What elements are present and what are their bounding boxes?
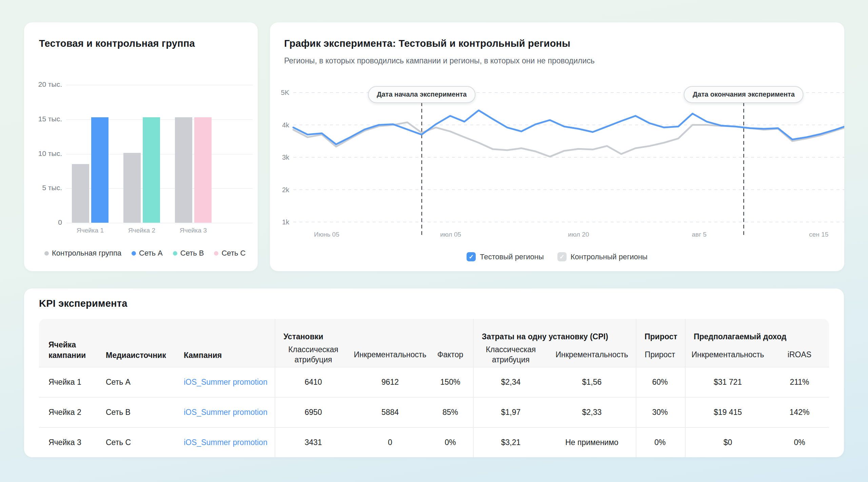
bar-gridline xyxy=(66,223,253,223)
bar-legend-item[interactable]: Сеть C xyxy=(214,249,245,258)
series-checkbox[interactable]: ✓ xyxy=(557,252,567,261)
bar-control[interactable] xyxy=(123,153,141,223)
table-cell: 3431 xyxy=(275,427,353,457)
kpi-card: KPI эксперимента Ячейка кампанииМедиаист… xyxy=(24,288,844,457)
table-cell: 211% xyxy=(771,367,829,397)
test-control-group-card: Тестовая и контрольная группа 20 тыс.15 … xyxy=(24,22,258,271)
table-header-1: Медиаисточник xyxy=(105,319,183,367)
table-cell: Сеть C xyxy=(105,427,183,457)
bar-y-tick-label: 15 тыс. xyxy=(27,115,62,123)
table-group-header: Предполагаемый доход xyxy=(685,319,829,343)
line-y-tick-label: 5K xyxy=(281,89,290,96)
series-checkbox[interactable]: ✓ xyxy=(467,252,476,261)
bar-network[interactable] xyxy=(91,117,108,223)
bar-gridline xyxy=(66,85,253,85)
line-y-tick-label: 3k xyxy=(282,154,290,161)
table-group-header: Прирост xyxy=(636,319,685,343)
line-y-tick-label: 2k xyxy=(282,186,290,194)
table-cell: iOS_Summer promotion xyxy=(183,367,275,397)
table-cell: $2,33 xyxy=(549,397,636,427)
campaign-link[interactable]: iOS_Summer promotion xyxy=(184,378,268,387)
kpi-table: Ячейка кампанииМедиаисточникКампанияУста… xyxy=(39,319,829,457)
bar-x-category-label: Ячейка 3 xyxy=(166,227,220,234)
table-cell: iOS_Summer promotion xyxy=(183,427,275,457)
table-cell: iOS_Summer promotion xyxy=(183,397,275,427)
line-chart-legend: ✓Тестовый регионы✓Контрольный регионы xyxy=(270,252,844,261)
table-cell: 0% xyxy=(429,427,473,457)
experiment-date-pill: Дата начала эксперимента xyxy=(368,86,475,103)
table-header-2: Кампания xyxy=(183,319,275,367)
line-x-tick-label: июл 20 xyxy=(568,231,589,238)
campaign-link[interactable]: iOS_Summer promotion xyxy=(184,438,268,447)
bar-network[interactable] xyxy=(194,117,212,223)
table-subheader: Инкрементальность xyxy=(685,343,771,367)
bar-legend-item[interactable]: Контрольная группа xyxy=(44,249,121,258)
bar-legend-label: Сеть C xyxy=(221,249,245,258)
table-cell: 30% xyxy=(636,397,685,427)
line-x-tick-label: авг 5 xyxy=(692,231,706,238)
line-legend-label: Контрольный регионы xyxy=(571,253,648,261)
table-group-header: Установки xyxy=(275,319,473,343)
table-cell: 6950 xyxy=(275,397,353,427)
table-cell: $31 721 xyxy=(685,367,771,397)
bar-y-tick-label: 0 xyxy=(27,218,62,226)
table-cell: Ячейка 2 xyxy=(39,397,105,427)
bar-network[interactable] xyxy=(143,117,160,223)
line-legend-item[interactable]: ✓Контрольный регионы xyxy=(557,252,648,261)
table-subheader: Классическая атрибуция xyxy=(473,343,549,367)
table-subheader: Инкрементальность xyxy=(353,343,429,367)
bar-legend-label: Сеть B xyxy=(180,249,204,258)
table-cell: $1,97 xyxy=(473,397,549,427)
kpi-title: KPI эксперимента xyxy=(39,298,127,309)
line-legend-label: Тестовый регионы xyxy=(480,253,544,261)
bar-legend-label: Контрольная группа xyxy=(52,249,121,258)
bar-x-category-label: Ячейка 2 xyxy=(115,227,169,234)
table-subheader: Фактор xyxy=(429,343,473,367)
table-cell: 6410 xyxy=(275,367,353,397)
legend-dot-icon xyxy=(214,251,218,256)
table-cell: Сеть A xyxy=(105,367,183,397)
line-y-tick-label: 4k xyxy=(282,121,290,129)
bar-control[interactable] xyxy=(175,117,192,223)
analytics-dashboard: { "chart_data": [ { "type": "bar", "titl… xyxy=(0,0,868,482)
bar-legend-item[interactable]: Сеть B xyxy=(173,249,204,258)
line-chart-svg: 5K4k3k2k1kИюнь 05июл 05июл 20авг 5сен 15 xyxy=(270,22,844,271)
bar-y-tick-label: 20 тыс. xyxy=(27,80,62,88)
bar-legend-item[interactable]: Сеть A xyxy=(132,249,163,258)
experiment-date-pill: Дата окончания эксперимента xyxy=(684,86,804,103)
table-cell: 9612 xyxy=(353,367,429,397)
table-cell: 0 xyxy=(353,427,429,457)
table-cell: 5884 xyxy=(353,397,429,427)
campaign-link[interactable]: iOS_Summer promotion xyxy=(184,408,268,417)
table-cell: $19 415 xyxy=(685,397,771,427)
bar-chart-legend: Контрольная группаСеть AСеть BСеть C xyxy=(44,249,245,258)
experiment-graph-card: График эксперимента: Тестовый и контроль… xyxy=(270,22,844,271)
table-group-header: Затраты на одну установку (CPI) xyxy=(473,319,636,343)
table-cell: 85% xyxy=(429,397,473,427)
table-subheader: iROAS xyxy=(771,343,829,367)
bar-control[interactable] xyxy=(72,164,89,223)
table-cell: Ячейка 3 xyxy=(39,427,105,457)
table-cell: $1,56 xyxy=(549,367,636,397)
bar-y-tick-label: 10 тыс. xyxy=(27,149,62,158)
line-legend-item[interactable]: ✓Тестовый регионы xyxy=(467,252,544,261)
table-cell: $2,34 xyxy=(473,367,549,397)
bar-x-category-label: Ячейка 1 xyxy=(63,227,117,234)
bar-legend-label: Сеть A xyxy=(139,249,163,258)
line-y-tick-label: 1k xyxy=(282,218,290,226)
line-x-tick-label: июл 05 xyxy=(440,231,461,238)
table-cell: 0% xyxy=(636,427,685,457)
table-cell: $0 xyxy=(685,427,771,457)
legend-dot-icon xyxy=(173,251,177,256)
table-subheader: Классическая атрибуция xyxy=(275,343,353,367)
table-subheader: Прирост xyxy=(636,343,685,367)
table-cell: 0% xyxy=(771,427,829,457)
table-cell: Сеть B xyxy=(105,397,183,427)
legend-dot-icon xyxy=(44,251,49,256)
table-subheader: Инкрементальность xyxy=(549,343,636,367)
table-cell: 150% xyxy=(429,367,473,397)
legend-dot-icon xyxy=(132,251,136,256)
table-cell: $3,21 xyxy=(473,427,549,457)
bar-chart-title: Тестовая и контрольная группа xyxy=(39,38,195,49)
table-cell: Не применимо xyxy=(549,427,636,457)
